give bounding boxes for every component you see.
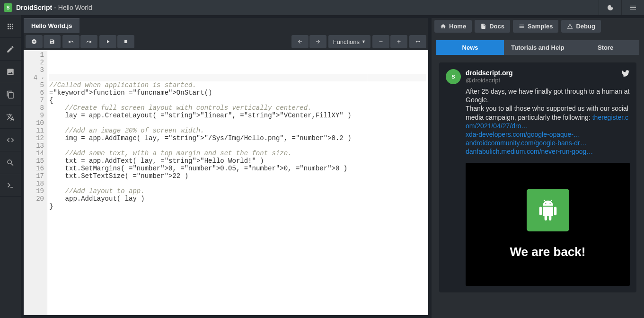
app-title-sub: - Hello World [54, 4, 92, 11]
sidebar-terminal[interactable] [0, 174, 21, 197]
nav-forward-button[interactable] [309, 35, 326, 48]
code-line[interactable]: ="keyword">function ="funcname">OnStart(… [49, 89, 426, 97]
tweet-link[interactable]: danfabulich.medium.com/never-run-goog… [466, 148, 593, 155]
tweet-card[interactable]: S droidscript.org @droidscript After 25 … [439, 62, 636, 292]
tweet-body: After 25 days, we have finally got throu… [466, 87, 630, 156]
save-icon [49, 39, 55, 44]
code-line[interactable]: { [49, 97, 426, 104]
code-line[interactable]: //Add an image 20% of screen width. [49, 127, 426, 134]
sidebar-edit[interactable] [0, 38, 21, 61]
undo-icon [68, 39, 74, 44]
file-tab-active[interactable]: Hello World.js [24, 18, 79, 33]
fullwidth-button[interactable] [409, 35, 426, 48]
app-title-main: DroidScript [16, 4, 52, 11]
code-line[interactable]: app.AddLayout( lay ) [49, 195, 426, 203]
zoom-out-button[interactable] [372, 35, 389, 48]
debug-icon [567, 23, 573, 29]
functions-dropdown[interactable]: Functions ▼ [328, 35, 371, 48]
redo-icon [86, 39, 92, 44]
code-line[interactable]: //Add some text, with a top margin and s… [49, 150, 426, 157]
search-icon [6, 159, 15, 167]
avatar: S [446, 69, 461, 84]
code-line[interactable] [49, 142, 426, 150]
nav-back-button[interactable] [291, 35, 309, 48]
code-line[interactable]: //Called when application is started. [49, 81, 426, 89]
code-line[interactable] [49, 74, 426, 81]
code-line[interactable]: //Add layout to app. [49, 187, 426, 195]
pencil-icon [6, 45, 15, 53]
code-line[interactable] [49, 119, 426, 127]
sidebar-copy[interactable] [0, 83, 21, 106]
samples-icon [519, 23, 525, 29]
hamburger-icon [629, 4, 637, 11]
code-line[interactable]: txt.SetTextSize( ="number">22 ) [49, 172, 426, 180]
tweet-image: We are back! [466, 163, 630, 286]
image-icon [6, 68, 15, 76]
sidebar-code[interactable] [0, 129, 21, 151]
add-button[interactable] [26, 35, 43, 48]
rp-tab-debug[interactable]: Debug [561, 20, 600, 33]
terminal-icon [6, 181, 15, 190]
sidebar-translate[interactable] [0, 106, 21, 129]
code-line[interactable]: //Create full screen layout with control… [49, 104, 426, 112]
code-line[interactable] [49, 210, 426, 218]
code-line[interactable]: } [49, 203, 426, 210]
plus-circle-icon [31, 39, 37, 44]
sidebar-search[interactable] [0, 151, 21, 174]
arrows-h-icon [415, 39, 421, 44]
rp-subtab-news[interactable]: News [436, 40, 504, 55]
editor-zone: Hello World.js Functions ▼ [24, 18, 428, 315]
tweet-author-name: droidscript.org [466, 69, 513, 77]
rp-subtab-store[interactable]: Store [572, 40, 639, 55]
theme-toggle-button[interactable] [599, 0, 621, 15]
undo-button[interactable] [62, 35, 79, 48]
arrow-left-icon [297, 39, 303, 44]
play-icon [105, 39, 111, 44]
caret-down-icon: ▼ [362, 39, 366, 44]
functions-label: Functions [333, 38, 360, 45]
right-panel-subtabs: NewsTutorials and HelpStore [436, 40, 639, 55]
code-editor[interactable]: 1234 ▾567891011121314151617181920 //Call… [24, 50, 428, 315]
left-sidebar [0, 15, 21, 318]
copy-icon [6, 90, 15, 99]
editor-toolbar: Functions ▼ [24, 33, 428, 50]
zoom-in-button[interactable] [390, 35, 407, 48]
titlebar: S DroidScript - Hello World [0, 0, 644, 15]
app-logo: S [4, 3, 12, 12]
rp-subtab-tutorials-and-help[interactable]: Tutorials and Help [504, 40, 572, 55]
arrow-right-icon [315, 39, 321, 44]
stop-button[interactable] [117, 35, 134, 48]
rp-tab-docs[interactable]: Docs [475, 20, 510, 33]
menu-button[interactable] [621, 0, 644, 15]
sidebar-apps[interactable] [0, 15, 21, 38]
translate-icon [6, 113, 15, 122]
rp-tab-home[interactable]: Home [434, 20, 472, 33]
code-icon [6, 136, 15, 144]
sidebar-image[interactable] [0, 61, 21, 83]
tweet-image-caption: We are back! [510, 245, 586, 259]
code-line[interactable]: txt.SetMargins( ="number">0, ="number">0… [49, 165, 426, 172]
code-content[interactable]: //Called when application is started.="k… [47, 50, 428, 315]
right-panel: HomeDocsSamplesDebug NewsTutorials and H… [431, 18, 644, 318]
save-button[interactable] [44, 35, 61, 48]
tweet-author-handle: @droidscript [466, 77, 513, 84]
minus-icon [378, 39, 384, 44]
run-button[interactable] [99, 35, 116, 48]
tweet-link[interactable]: androidcommunity.com/google-bans-dr… [466, 139, 587, 147]
line-gutter: 1234 ▾567891011121314151617181920 [24, 50, 47, 315]
news-feed: S droidscript.org @droidscript After 25 … [432, 59, 644, 318]
code-line[interactable]: lay = app.CreateLayout( ="string">"linea… [49, 112, 426, 119]
rp-tab-samples[interactable]: Samples [513, 20, 558, 33]
redo-button[interactable] [80, 35, 97, 48]
tweet-link[interactable]: theregister.com/2021/04/27/dro… [466, 114, 628, 130]
moon-icon [607, 4, 614, 11]
file-tabs: Hello World.js [24, 18, 428, 33]
code-line[interactable] [49, 180, 426, 187]
plus-icon [396, 39, 402, 44]
grid-icon [6, 22, 15, 31]
code-line[interactable] [49, 218, 426, 225]
code-line[interactable]: img = app.AddImage( lay, ="string">"/Sys… [49, 134, 426, 142]
tweet-link[interactable]: xda-developers.com/google-opaque-… [466, 131, 580, 138]
home-icon [440, 23, 446, 29]
code-line[interactable]: txt = app.AddText( lay, ="string">"Hello… [49, 157, 426, 165]
